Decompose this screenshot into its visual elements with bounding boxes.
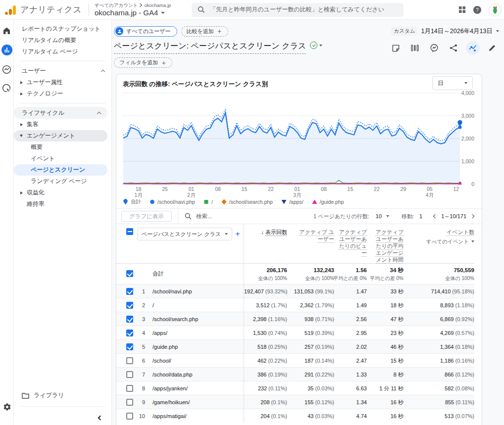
checkbox-checked[interactable] bbox=[126, 343, 133, 350]
table-row-/[interactable]: 2/3,512 (1.7%)2,362 (1.79%)1.4918 秒8,893… bbox=[116, 298, 474, 312]
sidebar-section-ライフサイクル[interactable]: ライフサイクル bbox=[14, 107, 107, 119]
expand-down-icon bbox=[20, 135, 23, 137]
sidebar-item-レポートのスナップショット[interactable]: レポートのスナップショット bbox=[14, 23, 111, 35]
search-icon bbox=[198, 6, 205, 13]
chart-interval-select[interactable]: 日 bbox=[432, 76, 473, 90]
checkbox-unchecked[interactable] bbox=[126, 413, 133, 420]
previous-page-icon[interactable] bbox=[433, 214, 437, 218]
metric-cell: 513 (0.07%) bbox=[379, 409, 474, 423]
table-row-/school/navi.php[interactable]: 1/school/navi.php192,407 (93.32%)131,053… bbox=[116, 284, 474, 298]
sidebar-item-リアルタイム ページ[interactable]: リアルタイム ページ bbox=[14, 46, 111, 57]
sidebar-divider bbox=[20, 103, 105, 103]
legend-marker-triangle-up bbox=[312, 199, 317, 205]
page-path: /game/hoikuen/ bbox=[145, 395, 244, 409]
date-range-picker[interactable]: カスタム 1月14日～2026年4月13日 bbox=[391, 27, 499, 36]
sidebar-item-テクノロジー[interactable]: テクノロジー bbox=[14, 88, 111, 99]
next-page-icon[interactable] bbox=[470, 214, 474, 218]
table-row-/game/hoikuen/[interactable]: 9/game/hoikuen/208 (0.1%)155 (0.12%)1.34… bbox=[116, 395, 474, 409]
checkbox-indeterminate[interactable] bbox=[126, 228, 133, 235]
comparison-icon[interactable] bbox=[408, 41, 422, 55]
explore-icon[interactable] bbox=[2, 65, 11, 74]
search-bar[interactable]: 「先月と昨年同月のユーザー数の比較」と検索してみてください bbox=[192, 3, 403, 17]
table-search[interactable]: 検索... bbox=[185, 213, 212, 220]
table-row-/apps/[interactable]: 4/apps/1,530 (0.74%)519 (0.39%)2.9523 秒4… bbox=[116, 326, 474, 339]
goto-page-value[interactable]: 1 bbox=[419, 213, 422, 219]
sidebar-item-ユーザー属性[interactable]: ユーザー属性 bbox=[14, 77, 111, 88]
reports-icon[interactable] bbox=[1, 45, 12, 55]
date-range-type-badge: カスタム bbox=[391, 27, 417, 36]
checkbox-unchecked[interactable] bbox=[126, 399, 133, 406]
account-selector-label: okochama.jp - GA4 bbox=[95, 9, 158, 16]
row-number: 10 bbox=[134, 409, 145, 423]
sidebar-item-ページとスクリーン[interactable]: ページとスクリーン bbox=[14, 164, 107, 176]
rows-per-page-value[interactable]: 10 bbox=[376, 213, 382, 219]
all-users-chip[interactable]: すべてのユーザー bbox=[114, 26, 177, 37]
column-header-active_users[interactable]: アクティブ ユ ーザー bbox=[287, 224, 334, 263]
page-title[interactable]: ページとスクリーン: ページパスとスクリーン クラス bbox=[114, 41, 306, 54]
insights-status-icon[interactable] bbox=[427, 41, 441, 55]
sidebar-item-収益化[interactable]: 収益化 bbox=[14, 187, 111, 198]
sidebar-divider bbox=[20, 61, 105, 61]
checkbox-checked[interactable] bbox=[126, 330, 133, 336]
help-icon[interactable]: ? bbox=[473, 5, 482, 14]
top-bar: アナリティクス すべてのアカウント okochama.jp okochama.j… bbox=[0, 0, 504, 20]
checkbox-unchecked[interactable] bbox=[126, 357, 133, 364]
share-icon[interactable] bbox=[447, 41, 460, 55]
sidebar-item-集客[interactable]: 集客 bbox=[14, 119, 111, 130]
add-filter-chip[interactable]: フィルタを追加＋ bbox=[114, 57, 172, 68]
table-row-/school/[interactable]: 6/school/462 (0.22%)187 (0.14%)2.4715 秒1… bbox=[116, 353, 474, 367]
svg-text:12: 12 bbox=[454, 186, 459, 192]
sidebar-item-概要[interactable]: 概要 bbox=[14, 142, 111, 153]
svg-text:22: 22 bbox=[374, 186, 380, 192]
caret-down-icon[interactable] bbox=[386, 215, 389, 217]
page-path: /apps/jyanken/ bbox=[145, 381, 244, 395]
edit-icon[interactable] bbox=[485, 41, 499, 55]
add-column-button[interactable]: + bbox=[235, 229, 240, 239]
apps-grid-icon[interactable] bbox=[458, 6, 466, 13]
table-controls: グラフに表示 検索... 1 ページあたりの行数: 10 移動: 1 1～10/… bbox=[116, 208, 482, 224]
table-row-/school/search.php[interactable]: 3/school/search.php2,398 (1.16%)938 (0.7… bbox=[116, 312, 474, 326]
row-number: 6 bbox=[134, 354, 145, 368]
column-header-views[interactable]: ↓ 表示回数 bbox=[244, 224, 287, 263]
insights-icon[interactable] bbox=[466, 41, 480, 55]
sidebar-item-イベント[interactable]: イベント bbox=[14, 153, 111, 164]
checkbox-checked[interactable] bbox=[126, 316, 133, 323]
sidebar-item-維持率[interactable]: 維持率 bbox=[14, 198, 111, 210]
sidebar-item-library[interactable]: ライブラリ bbox=[14, 389, 111, 401]
chart: 01,0002,0003,0004,000181月25012月081522013… bbox=[116, 91, 482, 197]
breadcrumb-root: すべてのアカウント bbox=[95, 3, 138, 8]
sidebar-item-エンゲージメント[interactable]: エンゲージメント bbox=[14, 130, 107, 142]
column-header-avg_engagement_time[interactable]: アクティブ ユーザーあ たりの平均 エンゲージ メント時間 bbox=[367, 224, 403, 263]
checkbox-checked[interactable] bbox=[126, 302, 133, 309]
checkbox-checked[interactable] bbox=[126, 288, 133, 295]
svg-text:2月: 2月 bbox=[187, 192, 195, 197]
home-icon[interactable] bbox=[2, 27, 11, 35]
sidebar-item-ランディング ページ[interactable]: ランディング ページ bbox=[14, 176, 111, 187]
checkbox-unchecked[interactable] bbox=[126, 385, 133, 392]
table-row-/guide.php[interactable]: 5/guide.php518 (0.25%)257 (0.19%)2.0246 … bbox=[116, 339, 474, 353]
chart-legend: 合計/school/navi.php//school/search.php/ap… bbox=[116, 197, 482, 206]
add-comparison-chip[interactable]: 比較を追加＋ bbox=[181, 26, 228, 37]
sidebar-section-ユーザー[interactable]: ユーザー bbox=[14, 65, 111, 77]
table-row-/apps/matigai/[interactable]: 10/apps/matigai/204 (0.1%)43 (0.03%)4.74… bbox=[116, 409, 474, 423]
advertising-icon[interactable] bbox=[2, 84, 11, 93]
memo-icon[interactable] bbox=[389, 41, 403, 55]
metric-cell: 1,364 (0.18%) bbox=[379, 340, 474, 354]
table-row-/school/data.php[interactable]: 7/school/data.php386 (0.19%)291 (0.22%)1… bbox=[116, 367, 474, 381]
table-row-/apps/jyanken/[interactable]: 8/apps/jyanken/232 (0.11%)35 (0.03%)6.63… bbox=[116, 381, 474, 395]
settings-icon[interactable] bbox=[0, 403, 14, 411]
account-switcher[interactable]: すべてのアカウント okochama.jp okochama.jp - GA4 bbox=[95, 3, 171, 17]
collapse-sidebar-button[interactable] bbox=[14, 410, 111, 425]
page-path: /school/ bbox=[145, 354, 244, 368]
svg-text:08: 08 bbox=[215, 186, 221, 192]
show-on-chart-button[interactable]: グラフに表示 bbox=[121, 211, 172, 222]
report-status-dropdown[interactable] bbox=[310, 42, 322, 49]
sidebar-item-リアルタイムの概要[interactable]: リアルタイムの概要 bbox=[14, 35, 111, 46]
date-range-label: 1月14日～2026年4月13日 bbox=[421, 27, 493, 36]
column-header-views_per_user[interactable]: アクティブ ユーザーあ たりのビュ ー bbox=[334, 224, 367, 263]
dimension-select[interactable]: ページパスとスクリーン クラス bbox=[137, 228, 232, 240]
column-header-event_count[interactable]: イベント数すべてのイベント bbox=[403, 224, 474, 263]
avatar[interactable] bbox=[489, 3, 502, 16]
checkbox-checked[interactable] bbox=[126, 270, 133, 277]
checkbox-unchecked[interactable] bbox=[126, 371, 133, 378]
